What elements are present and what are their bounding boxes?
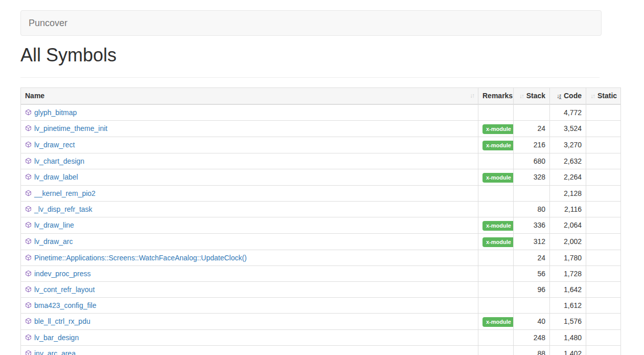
table-row: indev_proc_press561,728 <box>21 265 621 281</box>
symbols-table: Name ↓↑ Remarks ↓↑Stack ↓ZACode ↓↑Static… <box>20 87 621 355</box>
symbol-link[interactable]: ble_ll_ctrl_rx_pdu <box>34 317 90 325</box>
name-cell: indev_proc_press <box>21 265 478 281</box>
name-cell: inv_arc_area <box>21 345 478 355</box>
stack-value: 24 <box>514 250 550 265</box>
symbol-link[interactable]: glyph_bitmap <box>34 108 77 117</box>
symbol-cube-icon <box>25 285 32 292</box>
static-value <box>586 185 621 201</box>
remarks-cell <box>478 345 514 355</box>
static-value <box>586 120 621 137</box>
code-value: 2,064 <box>550 217 586 233</box>
code-value: 1,480 <box>550 329 586 345</box>
static-value <box>586 217 621 233</box>
x-module-badge: x-module <box>482 124 514 134</box>
symbol-link[interactable]: lv_draw_label <box>34 173 78 181</box>
symbol-cube-icon <box>25 205 32 211</box>
code-value: 2,128 <box>550 185 586 201</box>
table-row: lv_cont_refr_layout961,642 <box>21 281 621 297</box>
name-cell: lv_draw_arc <box>21 233 478 250</box>
stack-value: 40 <box>514 313 550 329</box>
name-cell: Pinetime::Applications::Screens::WatchFa… <box>21 250 478 265</box>
name-cell: __kernel_rem_pio2 <box>21 185 478 201</box>
code-value: 1,728 <box>550 265 586 281</box>
code-value: 2,632 <box>550 153 586 169</box>
symbol-link[interactable]: lv_bar_design <box>34 334 79 342</box>
sort-desc-icon: ↓ZA <box>557 91 561 101</box>
code-value: 1,402 <box>550 345 586 355</box>
symbol-cube-icon <box>25 189 32 195</box>
symbol-link[interactable]: lv_draw_arc <box>34 237 73 246</box>
table-row: inv_arc_area881,402 <box>21 345 621 355</box>
stack-value: 216 <box>514 137 550 153</box>
x-module-badge: x-module <box>482 221 514 231</box>
name-cell: _lv_disp_refr_task <box>21 201 478 217</box>
symbol-cube-icon <box>25 253 32 260</box>
remarks-cell <box>478 201 514 217</box>
static-value <box>586 345 621 355</box>
static-value <box>586 137 621 153</box>
symbol-link[interactable]: indev_proc_press <box>34 270 91 278</box>
symbol-link[interactable]: __kernel_rem_pio2 <box>34 189 96 197</box>
column-label-name: Name <box>25 92 44 100</box>
stack-value: 336 <box>514 217 550 233</box>
name-cell: bma423_config_file <box>21 297 478 313</box>
name-cell: glyph_bitmap <box>21 104 478 121</box>
remarks-cell: x-module <box>478 169 514 185</box>
code-value: 4,772 <box>550 104 586 121</box>
symbol-cube-icon <box>25 124 32 130</box>
symbol-cube-icon <box>25 140 32 147</box>
x-module-badge: x-module <box>482 317 514 327</box>
symbol-link[interactable]: bma423_config_file <box>34 301 96 309</box>
symbol-cube-icon <box>25 237 32 243</box>
code-value: 1,642 <box>550 281 586 297</box>
name-cell: lv_draw_rect <box>21 137 478 153</box>
column-label-stack: Stack <box>526 92 545 100</box>
column-label-code: Code <box>564 92 582 100</box>
static-value <box>586 233 621 250</box>
column-label-static: Static <box>597 92 617 100</box>
name-cell: ble_ll_ctrl_rx_pdu <box>21 313 478 329</box>
symbol-link[interactable]: _lv_disp_refr_task <box>34 205 93 213</box>
symbol-link[interactable]: lv_draw_rect <box>34 141 75 149</box>
stack-value <box>514 104 550 121</box>
symbol-link[interactable]: lv_cont_refr_layout <box>34 285 95 294</box>
static-value <box>586 265 621 281</box>
table-row: lv_draw_linex-module3362,064 <box>21 217 621 233</box>
static-value <box>586 169 621 185</box>
table-row: glyph_bitmap4,772 <box>21 104 621 121</box>
navbar: Puncover <box>20 10 602 36</box>
static-value <box>586 153 621 169</box>
table-row: lv_draw_labelx-module3282,264 <box>21 169 621 185</box>
symbol-link[interactable]: lv_pinetime_theme_init <box>34 124 107 132</box>
page-divider <box>20 77 600 78</box>
table-row: lv_draw_arcx-module3122,002 <box>21 233 621 250</box>
symbol-cube-icon <box>25 301 32 307</box>
x-module-badge: x-module <box>482 141 514 150</box>
table-row: __kernel_rem_pio22,128 <box>21 185 621 201</box>
stack-value <box>514 185 550 201</box>
symbol-cube-icon <box>25 333 32 340</box>
symbol-cube-icon <box>25 269 32 276</box>
column-header-code[interactable]: ↓ZACode <box>550 87 586 104</box>
name-cell: lv_draw_line <box>21 217 478 233</box>
column-header-stack[interactable]: ↓↑Stack <box>514 87 550 104</box>
header-row: Name ↓↑ Remarks ↓↑Stack ↓ZACode ↓↑Static <box>21 87 621 104</box>
symbol-link[interactable]: lv_chart_design <box>34 157 84 165</box>
table-row: ble_ll_ctrl_rx_pdux-module401,576 <box>21 313 621 329</box>
static-value <box>586 201 621 217</box>
symbol-link[interactable]: lv_draw_line <box>34 221 74 229</box>
sort-inactive-icon: ↓↑ <box>470 91 474 101</box>
remarks-cell: x-module <box>478 233 514 250</box>
column-header-remarks: Remarks <box>478 87 514 104</box>
symbol-link[interactable]: inv_arc_area <box>34 349 76 355</box>
column-header-name[interactable]: Name ↓↑ <box>21 87 478 104</box>
stack-value: 680 <box>514 153 550 169</box>
column-header-static[interactable]: ↓↑Static <box>586 87 621 104</box>
table-row: lv_draw_rectx-module2163,270 <box>21 137 621 153</box>
symbol-link[interactable]: Pinetime::Applications::Screens::WatchFa… <box>34 254 247 262</box>
name-cell: lv_chart_design <box>21 153 478 169</box>
navbar-brand[interactable]: Puncover <box>29 18 67 28</box>
remarks-cell <box>478 185 514 201</box>
page: Puncover All Symbols Name ↓↑ Remarks ↓↑S… <box>0 0 644 355</box>
name-cell: lv_bar_design <box>21 329 478 345</box>
